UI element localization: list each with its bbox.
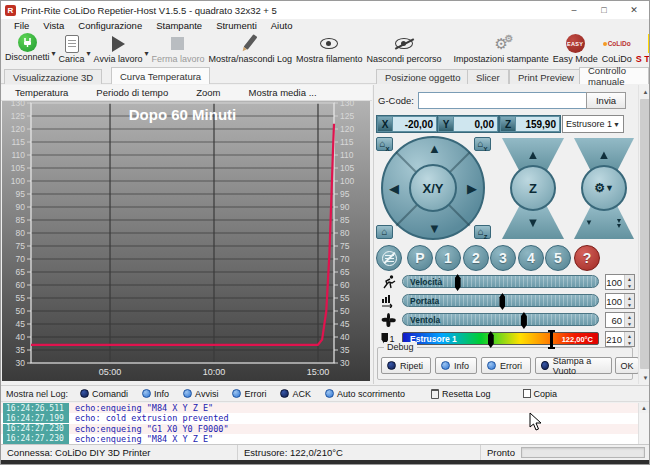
extruder-temp-thumb[interactable] [488, 331, 494, 348]
home-y-button[interactable]: ⌂Y [474, 137, 491, 151]
log-toggle-errori[interactable]: Errori [226, 389, 272, 399]
printer-settings-button[interactable]: ⚙⚙ Impostazioni stampante [452, 33, 551, 64]
park-button[interactable]: P [407, 245, 433, 271]
tab-print-preview[interactable]: Print Preview [509, 69, 583, 84]
scroll-down-arrow[interactable]: ▼ [639, 371, 650, 384]
home-x-button[interactable]: ⌂X [376, 137, 393, 151]
scroll-up-arrow[interactable]: ▲ [639, 403, 649, 413]
radio-dot-icon [142, 389, 151, 398]
panel-scrollbar[interactable]: ▲ ▼ [638, 85, 650, 384]
disconnect-dropdown-caret[interactable]: ▾ [52, 49, 56, 58]
extruder-select[interactable]: Estrusore 1 ▼ [562, 115, 624, 133]
close-button[interactable]: ✕ [619, 1, 649, 19]
hide-travel-button[interactable]: Nascondi percorso [365, 33, 444, 64]
send-gcode-button[interactable]: Invia [586, 92, 626, 109]
scroll-up-arrow[interactable]: ▲ [639, 85, 650, 98]
easy-mode-button[interactable]: EASY Easy Mode [551, 33, 600, 64]
play-icon [112, 36, 125, 52]
tab-visualizzazione-3d[interactable]: Visualizzazione 3D [4, 69, 102, 84]
home-z-button[interactable]: ⌂Z [474, 225, 491, 239]
log-toggle-comandi[interactable]: Comandi [74, 389, 134, 399]
flow-value-spinner[interactable]: 100 ▲▼ [605, 293, 635, 309]
chart-menu-periodo[interactable]: Periodo di tempo [82, 87, 182, 98]
spinner-arrows[interactable]: ▲▼ [624, 332, 634, 346]
fan-slider-row: Ventola 60 ▲▼ [374, 312, 639, 329]
log-toggle-info[interactable]: Info [136, 389, 175, 399]
menu-file[interactable]: File [7, 20, 36, 31]
extruder-temp-spinner[interactable]: 210 ▲▼ [605, 331, 635, 347]
colido-button[interactable]: CoLiDo CoLiDo [600, 33, 634, 64]
preset-4-button[interactable]: 4 [518, 245, 544, 271]
x-position-box: X -20,00 [376, 115, 438, 133]
log-scrollbar[interactable]: ▲ [638, 403, 649, 444]
load-dropdown-caret[interactable]: ▾ [87, 49, 91, 58]
svg-text:120: 120 [340, 124, 354, 134]
jog-y-plus-arrow[interactable]: ▲ [428, 141, 441, 156]
extruder-temp-track[interactable]: Estrusore 1 122,00°C [402, 332, 599, 345]
menu-vista[interactable]: Vista [36, 20, 71, 31]
svg-text:105: 105 [340, 163, 354, 173]
help-button[interactable]: ? [574, 245, 600, 271]
debug-ripeti-toggle[interactable]: Ripeti [381, 357, 431, 374]
jog-x-plus-arrow[interactable]: ▶ [467, 181, 477, 196]
debug-info-toggle[interactable]: Info [435, 357, 477, 374]
menu-configurazione[interactable]: Configurazione [71, 20, 149, 31]
xy-jog-pad[interactable]: ▲ ▼ ◀ ▶ X/Y [381, 136, 485, 240]
retract-single-button[interactable]: ▼ [574, 206, 604, 239]
show-filament-button[interactable]: Mostra filamento [294, 33, 365, 64]
disconnect-button[interactable]: Disconnetti [3, 33, 52, 62]
minimize-button[interactable]: – [559, 1, 589, 19]
preset-1-button[interactable]: 1 [435, 245, 461, 271]
speed-slider-track[interactable]: Velocità [402, 275, 599, 288]
svg-text:10:00: 10:00 [203, 367, 226, 377]
toggle-log-button[interactable]: Mostra/nascondi Log [206, 33, 294, 64]
scrollbar-thumb[interactable] [640, 99, 650, 369]
target-temp-marker[interactable] [550, 330, 553, 349]
spinner-arrows[interactable]: ▲▼ [624, 275, 634, 289]
svg-text:75: 75 [16, 241, 26, 251]
motors-off-button[interactable] [376, 245, 402, 271]
tab-controllo-manuale[interactable]: Controllo manuale [579, 67, 649, 84]
chart-menu-zoom[interactable]: Zoom [182, 87, 234, 98]
log-toggle-avvisi[interactable]: Avvisi [177, 389, 224, 399]
tab-curva-temperatura[interactable]: Curva Temperatura [111, 67, 210, 84]
extruder-pad-center[interactable]: ⚙▼ [581, 165, 627, 211]
tab-posizione-oggetto[interactable]: Posizione oggetto [376, 69, 470, 84]
tab-slicer[interactable]: Slicer [467, 69, 509, 84]
log-toggle-autoscroll[interactable]: Auto scorrimento [319, 389, 411, 399]
fan-value-spinner[interactable]: 60 ▲▼ [605, 312, 635, 328]
quick-buttons-row: P 1 2 3 4 5 ? [374, 245, 639, 273]
debug-dry-run-toggle[interactable]: Stampa a Vuoto [535, 357, 612, 374]
load-button[interactable]: Carica [57, 33, 87, 64]
reset-log-button[interactable]: Resetta Log [423, 389, 499, 399]
debug-ok-button[interactable]: OK [615, 357, 639, 374]
flow-slider-track[interactable]: Portata [402, 294, 599, 307]
preset-5-button[interactable]: 5 [545, 245, 571, 271]
preset-2-button[interactable]: 2 [463, 245, 489, 271]
menu-stampante[interactable]: Stampante [149, 20, 209, 31]
z-pad-center[interactable]: Z [510, 165, 556, 211]
jog-y-minus-arrow[interactable]: ▼ [428, 221, 441, 236]
copy-log-button[interactable]: Copia [515, 389, 566, 399]
chart-menu-mostra-media[interactable]: Mostra media ... [234, 87, 330, 98]
menu-aiuto[interactable]: Aiuto [264, 20, 300, 31]
spinner-arrows[interactable]: ▲▼ [624, 294, 634, 308]
speed-value-spinner[interactable]: 100 ▲▼ [605, 274, 635, 290]
fan-slider-track[interactable]: Ventola [402, 313, 599, 326]
radio-dot-icon [183, 389, 192, 398]
start-job-dropdown-caret[interactable]: ▾ [144, 49, 148, 58]
menu-strumenti[interactable]: Strumenti [209, 20, 264, 31]
jog-x-minus-arrow[interactable]: ◀ [389, 181, 399, 196]
chart-menu-temperatura[interactable]: Temperatura [1, 87, 82, 98]
gcode-input[interactable] [418, 92, 590, 109]
log-toggle-ack[interactable]: ACK [274, 389, 317, 399]
debug-errori-toggle[interactable]: Errori [481, 357, 531, 374]
xy-pad-center[interactable]: X/Y [409, 164, 457, 212]
emergency-stop-button[interactable]: S T O P !!! [634, 33, 650, 64]
start-job-button[interactable]: Avvia lavoro [92, 33, 145, 64]
retract-double-button[interactable]: ▼▼ [604, 206, 634, 239]
maximize-button[interactable]: □ [589, 1, 619, 19]
preset-3-button[interactable]: 3 [490, 245, 516, 271]
home-all-button[interactable]: ⌂ [376, 225, 393, 239]
spinner-arrows[interactable]: ▲▼ [624, 313, 634, 327]
